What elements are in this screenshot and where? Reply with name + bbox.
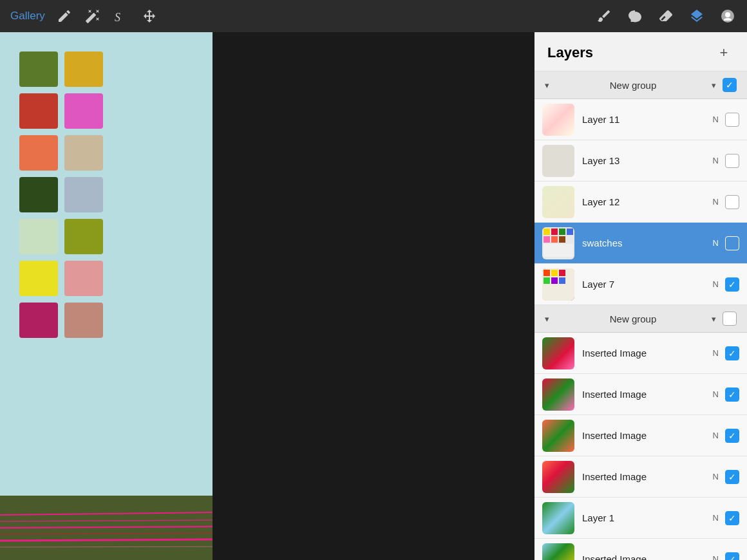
layers-icon[interactable] <box>688 7 706 25</box>
magic-icon[interactable] <box>84 7 102 25</box>
swatch-row-7 <box>19 303 103 338</box>
swatch[interactable] <box>19 51 58 87</box>
swatch-row-3 <box>19 135 103 171</box>
group-checkbox-2[interactable] <box>723 312 737 326</box>
layer-mode-layer13: N <box>713 156 719 165</box>
swatch-row-4 <box>19 177 103 212</box>
svg-rect-72 <box>551 236 558 243</box>
swatch[interactable] <box>19 93 58 129</box>
layer-name-layer7: Layer 7 <box>582 279 713 290</box>
wrench-icon[interactable] <box>55 7 73 25</box>
layer-row-inserted4[interactable]: Inserted Image N <box>534 456 747 498</box>
swatch[interactable] <box>19 135 58 171</box>
swatch[interactable] <box>64 261 103 296</box>
layer-name-layer1: Layer 1 <box>582 512 713 523</box>
layer-mode-inserted1: N <box>713 348 719 358</box>
eraser-icon[interactable] <box>657 7 675 25</box>
layer-name-layer13: Layer 13 <box>582 155 713 166</box>
svg-rect-67 <box>544 229 550 235</box>
svg-text:S: S <box>115 11 120 24</box>
svg-rect-71 <box>544 236 550 243</box>
layer-name-layer12: Layer 12 <box>582 196 713 207</box>
layer-checkbox-inserted5[interactable] <box>725 552 739 561</box>
layer-mode-layer7: N <box>713 279 719 289</box>
layer-thumbnail-inserted2 <box>542 378 574 411</box>
layer-row-swatches[interactable]: swatches N <box>534 223 747 264</box>
layer-row-layer13[interactable]: Layer 13 N <box>534 140 747 182</box>
swatch[interactable] <box>64 51 103 87</box>
layer-mode-layer1: N <box>713 513 719 523</box>
layer-row-inserted2[interactable]: Inserted Image N <box>534 374 747 415</box>
svg-rect-68 <box>551 229 558 235</box>
layer-row-inserted5[interactable]: Inserted Image N <box>534 539 747 560</box>
chevron-down-icon: ▾ <box>545 80 549 90</box>
layer-thumbnail-inserted5 <box>542 543 574 561</box>
group-row-1[interactable]: ▾ New group ▾ <box>534 71 747 99</box>
group-expand-icon: ▾ <box>712 80 716 90</box>
swatch[interactable] <box>64 303 103 338</box>
group-checkbox-1[interactable] <box>723 78 737 92</box>
group-label-1: New group <box>554 80 712 91</box>
layer-row-layer1[interactable]: Layer 1 N <box>534 498 747 539</box>
swatch[interactable] <box>64 135 103 171</box>
svg-point-2 <box>725 12 730 17</box>
s-curve-icon[interactable]: S <box>112 7 130 25</box>
swatch[interactable] <box>19 303 58 338</box>
svg-rect-70 <box>567 229 573 235</box>
toolbar-right <box>595 7 737 25</box>
svg-rect-80 <box>551 277 558 284</box>
layer-checkbox-layer12[interactable] <box>725 195 739 209</box>
canvas-area[interactable] <box>0 32 213 560</box>
layer-row-layer12[interactable]: Layer 12 N <box>534 182 747 223</box>
layer-name-layer11: Layer 11 <box>582 114 713 125</box>
brush-icon[interactable] <box>595 7 613 25</box>
svg-rect-79 <box>544 277 550 284</box>
arrow-icon[interactable] <box>140 7 158 25</box>
layer-thumbnail-layer7 <box>542 268 574 301</box>
swatch-column <box>19 51 103 338</box>
layers-title: Layers <box>547 44 593 61</box>
swatch-row-5 <box>19 219 103 254</box>
layer-checkbox-inserted3[interactable] <box>725 429 739 443</box>
smudge-icon[interactable] <box>626 7 644 25</box>
swatch[interactable] <box>64 219 103 254</box>
swatch[interactable] <box>19 177 58 212</box>
layer-name-inserted5: Inserted Image <box>582 554 713 560</box>
toolbar-left: Gallery S <box>10 7 158 25</box>
swatch[interactable] <box>19 219 58 254</box>
layer-checkbox-layer11[interactable] <box>725 113 739 127</box>
swatch[interactable] <box>64 93 103 129</box>
layer-checkbox-layer7[interactable] <box>725 277 739 292</box>
layer-row-inserted1[interactable]: Inserted Image N <box>534 333 747 374</box>
layer-name-swatches: swatches <box>582 238 713 248</box>
layer-thumbnail-inserted1 <box>542 337 574 369</box>
layer-row-layer11[interactable]: Layer 11 N <box>534 99 747 140</box>
layer-row-inserted3[interactable]: Inserted Image N <box>534 415 747 456</box>
layer-row-layer7[interactable]: Layer 7 N <box>534 264 747 305</box>
layer-checkbox-swatches[interactable] <box>725 236 739 250</box>
layers-panel: Layers + ▾ New group ▾ Layer 11 N Layer … <box>534 32 747 560</box>
layer-checkbox-layer1[interactable] <box>725 511 739 525</box>
layer-checkbox-layer13[interactable] <box>725 154 739 168</box>
gallery-button[interactable]: Gallery <box>10 10 45 23</box>
layer-mode-inserted4: N <box>713 472 719 481</box>
layer-checkbox-inserted4[interactable] <box>725 470 739 484</box>
layers-header: Layers + <box>534 32 747 71</box>
user-circle-icon[interactable] <box>719 7 737 25</box>
layer-mode-layer11: N <box>713 115 719 124</box>
layer-name-inserted2: Inserted Image <box>582 389 713 400</box>
layer-checkbox-inserted2[interactable] <box>725 387 739 402</box>
svg-rect-69 <box>559 229 565 235</box>
group-row-2[interactable]: ▾ New group ▾ <box>534 305 747 333</box>
svg-rect-76 <box>544 270 550 276</box>
swatch[interactable] <box>19 261 58 296</box>
layer-name-inserted4: Inserted Image <box>582 471 713 482</box>
swatch[interactable] <box>64 177 103 212</box>
layer-checkbox-inserted1[interactable] <box>725 346 739 360</box>
layer-name-inserted1: Inserted Image <box>582 348 713 359</box>
svg-rect-78 <box>559 270 565 276</box>
layer-mode-swatches: N <box>713 238 719 248</box>
layers-add-button[interactable]: + <box>714 42 734 63</box>
layer-mode-inserted2: N <box>713 389 719 399</box>
layer-thumbnail-layer13 <box>542 145 574 177</box>
